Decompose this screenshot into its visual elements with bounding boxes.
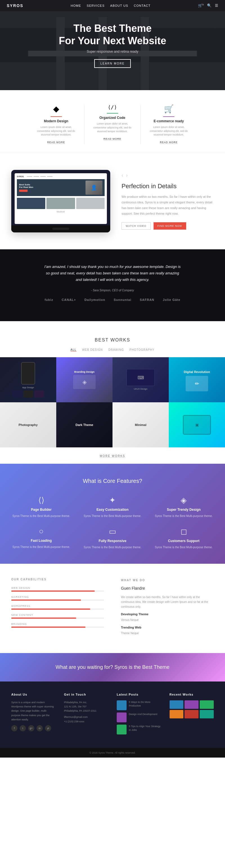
filter-all[interactable]: ALL bbox=[71, 348, 76, 351]
perfection-buttons: WATCH VIDEO FIND MORE NOW bbox=[121, 222, 214, 229]
footer-work-2[interactable] bbox=[185, 701, 198, 709]
work-item-1[interactable]: App Design bbox=[0, 357, 56, 402]
skill-4-fill bbox=[11, 618, 76, 619]
core-feature-6-desc: Syros Theme is the Best Multi-purpose th… bbox=[154, 545, 214, 550]
filter-drawing[interactable]: DRAWING bbox=[109, 348, 124, 351]
skill-2-fill bbox=[11, 599, 81, 601]
brand-fubiz: fubiz bbox=[45, 298, 53, 302]
post-3-text[interactable]: 5 Tips to Align Your Strategy in Jobs bbox=[129, 724, 161, 732]
footer-about: About Us Syros is a unique and modern Wo… bbox=[11, 693, 56, 737]
footer-work-6[interactable] bbox=[200, 710, 214, 718]
brand-canal: CANAL+ bbox=[62, 298, 76, 302]
skill-wordpress: WORDPRESS bbox=[11, 604, 104, 610]
feature-3-link[interactable]: READ MORE bbox=[160, 141, 178, 144]
diamond-icon: ◆ bbox=[34, 104, 78, 114]
social-twitter[interactable]: t bbox=[20, 725, 26, 731]
skill-1-label: WEB DESIGN bbox=[11, 587, 104, 589]
sub-heading-1: Developing Theme bbox=[121, 613, 214, 616]
skill-3-bar bbox=[11, 609, 104, 610]
footer-copyright: © 2016 Syros Theme. All rights reserved. bbox=[11, 751, 214, 754]
find-more-button[interactable]: FIND MORE NOW bbox=[154, 222, 186, 229]
nav-home[interactable]: HOME bbox=[71, 4, 81, 7]
core-features-section: What is Core Features? ⟨⟩ Page Builder S… bbox=[0, 464, 225, 564]
footer-bottom: © 2016 Syros Theme. All rights reserved. bbox=[0, 748, 225, 757]
feature-organized-code: ⟨/⟩ Organized Code Lorem ipsum dolor sit… bbox=[84, 104, 141, 144]
feature-2-title: Organized Code bbox=[90, 116, 135, 120]
skill-5-fill bbox=[11, 626, 85, 628]
menu-icon[interactable]: ☰ bbox=[215, 3, 218, 8]
skill-web-design: WEB DESIGN bbox=[11, 587, 104, 592]
footer-work-1[interactable] bbox=[170, 701, 184, 709]
work-item-4[interactable]: Digital Revolution ✏ bbox=[169, 357, 225, 402]
filter-photography[interactable]: PHOTOGRAPHY bbox=[130, 348, 155, 351]
work-item-2[interactable]: Branding Design ◈ bbox=[56, 357, 112, 402]
footer-work-3[interactable] bbox=[200, 701, 214, 709]
core-feature-1-title: Page Builder bbox=[11, 508, 71, 512]
skill-2-label: MARKETING bbox=[11, 595, 104, 598]
nav-services[interactable]: SERVICES bbox=[87, 4, 104, 7]
skill-3-label: WORDPRESS bbox=[11, 604, 104, 608]
feature-2-link[interactable]: READ MORE bbox=[104, 137, 121, 141]
social-linkedin[interactable]: in bbox=[37, 725, 43, 731]
fast-loading-icon: ○ bbox=[11, 527, 71, 536]
post-1-text[interactable]: 5 Ways to Do More Productive bbox=[129, 701, 161, 708]
cart-icon[interactable]: 🛒0 bbox=[198, 3, 203, 8]
next-arrow-icon[interactable]: › bbox=[126, 173, 128, 178]
more-works-link[interactable]: MORE WORKS bbox=[100, 455, 125, 458]
watch-video-button[interactable]: WATCH VIDEO bbox=[121, 222, 151, 229]
work-item-5[interactable]: Photography bbox=[0, 402, 56, 447]
core-feature-3-title: Super Trendy Design bbox=[154, 508, 214, 512]
skill-new-content: NEW CONTENT bbox=[11, 614, 104, 619]
perfection-section: SYROS Best Suits For Real Men 👤 bbox=[0, 153, 225, 249]
social-youtube[interactable]: yt bbox=[45, 725, 51, 731]
responsive-icon: ▭ bbox=[82, 527, 142, 536]
core-features-title: What is Core Features? bbox=[11, 478, 214, 484]
skill-marketing: MARKETING bbox=[11, 595, 104, 601]
core-feature-3-desc: Syros Theme is the Best Multi-purpose th… bbox=[154, 514, 214, 518]
feature-1-link[interactable]: READ MORE bbox=[47, 141, 65, 144]
post-3-thumb bbox=[117, 724, 126, 735]
prev-arrow-icon[interactable]: ‹ bbox=[121, 173, 123, 178]
footer-phone-link[interactable]: +1 (215) 238-xxxx bbox=[64, 720, 109, 723]
capabilities-left: OUR CAPABILITIES WEB DESIGN MARKETING WO… bbox=[11, 578, 104, 639]
footer-work-5[interactable] bbox=[185, 710, 198, 718]
footer-social: f t g+ in yt bbox=[11, 725, 56, 731]
nav-contact[interactable]: CONTACT bbox=[134, 4, 150, 7]
post-2-thumb bbox=[117, 712, 126, 722]
hero-cta-button[interactable]: LEARN MORE bbox=[94, 59, 131, 68]
post-1-thumb bbox=[117, 701, 126, 710]
social-google[interactable]: g+ bbox=[28, 725, 34, 731]
feature-3-title: E-commerce ready bbox=[146, 119, 191, 123]
search-icon[interactable]: 🔍 bbox=[207, 3, 212, 8]
work-item-8[interactable]: ▣ bbox=[169, 402, 225, 447]
social-facebook[interactable]: f bbox=[11, 725, 17, 731]
code-icon: ⟨/⟩ bbox=[90, 104, 135, 110]
work-item-3[interactable]: ⌨ UI/UX Design bbox=[112, 357, 169, 402]
testimonial-section: I'am amazed, I should say thank you so m… bbox=[0, 249, 225, 321]
feature-modern-design: ◆ Modern Design Lorem ipsum dolor sit am… bbox=[28, 104, 84, 144]
footer-contact-title: Get in Touch bbox=[64, 693, 109, 696]
skill-5-label: BRANDING bbox=[11, 623, 104, 625]
nav-about[interactable]: ABOUT US bbox=[110, 4, 128, 7]
more-works: MORE WORKS bbox=[0, 447, 225, 464]
skill-5-bar bbox=[11, 626, 104, 628]
feature-ecommerce: 🛒 E-commerce ready Lorem ipsum dolor sit… bbox=[141, 104, 197, 144]
footer-email-link[interactable]: liftermus@gmail.com bbox=[64, 716, 109, 718]
filter-web-design[interactable]: WEB DESIGN bbox=[82, 348, 103, 351]
work-item-6[interactable]: Dark Theme bbox=[56, 402, 112, 447]
core-feature-1-desc: Syros Theme is the Best Multi-purpose th… bbox=[11, 514, 71, 518]
perfection-text-block: ‹ › Perfection in Details We produce wit… bbox=[121, 173, 214, 229]
page-builder-icon: ⟨⟩ bbox=[11, 496, 71, 505]
core-feature-2: ✦ Easy Customization Syros Theme is the … bbox=[82, 496, 142, 518]
capabilities-title: OUR CAPABILITIES bbox=[11, 578, 104, 581]
work-item-7[interactable]: Minimal bbox=[112, 402, 169, 447]
sub-text-2: Theme Neque bbox=[121, 631, 214, 636]
perfection-nav: ‹ › bbox=[121, 173, 214, 178]
footer-contact: Get in Touch Philadelphia, PA Inc. 121 N… bbox=[64, 693, 109, 737]
feature-2-desc: Lorem ipsum dolor sit amet, consectetur … bbox=[90, 122, 135, 133]
core-feature-3: ◈ Super Trendy Design Syros Theme is the… bbox=[154, 496, 214, 518]
brands-row: fubiz CANAL+ Dailymotion Sunnuntai SAFRA… bbox=[23, 292, 202, 307]
post-2-text[interactable]: Design And Development bbox=[129, 712, 157, 716]
core-feature-4: ○ Fast Loading Syros Theme is the Best M… bbox=[11, 527, 71, 550]
footer-work-4[interactable] bbox=[170, 710, 184, 718]
